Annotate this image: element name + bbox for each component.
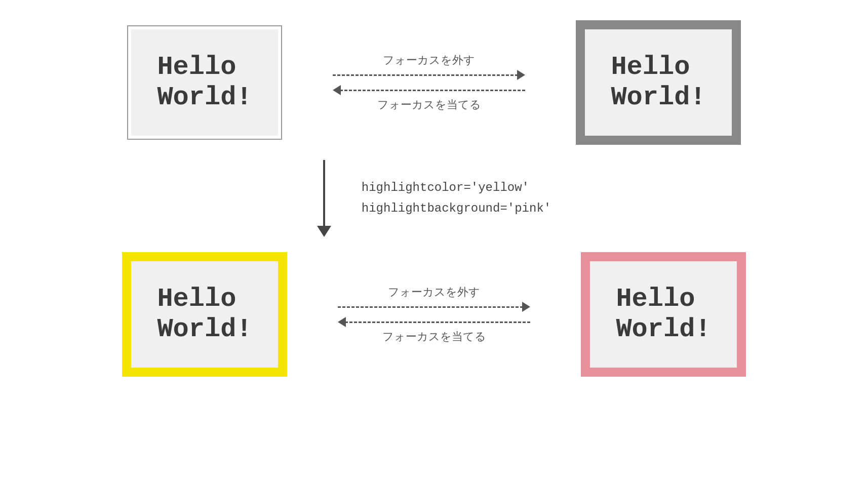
down-arrow-line [323,160,325,226]
middle-section: highlightcolor='yellow' highlightbackgro… [317,160,551,237]
widget-top-right: Hello World! [576,20,741,145]
dashed-line-right [333,74,518,76]
widget-top-left: Hello World! [127,25,282,140]
widget-bottom-right-inner: Hello World! [590,261,737,368]
top-row: Hello World! フォーカスを外す フォーカスを当てる [0,20,868,145]
dashed-line-left-bottom [345,322,530,323]
arrow-row-back: フォーカスを当てる [323,85,535,112]
top-right-line2: World! [611,83,705,113]
forward-label: フォーカスを外す [383,53,475,68]
arrow-section-top: フォーカスを外す フォーカスを当てる [312,53,545,112]
dashed-arrow-left-bottom [338,317,530,327]
dashed-arrow-right-bottom [338,302,530,312]
widget-bottom-left: Hello World! [122,252,287,377]
arrow-row-back-bottom: フォーカスを当てる [328,317,540,344]
code-line1: highlightcolor='yellow' [362,178,551,198]
widget-bottom-left-inner: Hello World! [131,261,278,368]
widget-bottom-left-text: Hello World! [157,284,252,345]
back-label-bottom: フォーカスを当てる [382,329,486,344]
back-label: フォーカスを当てる [377,97,481,112]
top-left-line1: Hello [157,52,252,83]
bottom-right-line2: World! [616,314,711,345]
arrow-row-forward: フォーカスを外す [323,53,535,80]
widget-bottom-left-outer: Hello World! [122,252,287,377]
top-left-line2: World! [157,83,252,113]
bottom-right-line1: Hello [616,284,711,314]
down-arrow [317,160,331,237]
widget-bottom-right: Hello World! [581,252,746,377]
dashed-arrow-left [333,85,525,95]
code-block: highlightcolor='yellow' highlightbackgro… [362,178,551,219]
bottom-left-line1: Hello [157,284,252,314]
dashed-line-left [340,90,525,91]
widget-bottom-right-text: Hello World! [616,284,711,345]
arrow-section-bottom: フォーカスを外す フォーカスを当てる [318,285,550,344]
page: Hello World! フォーカスを外す フォーカスを当てる [0,0,868,481]
bottom-row: Hello World! フォーカスを外す フォーカスを当てる [0,252,868,377]
widget-top-left-text: Hello World! [157,52,252,113]
dashed-line-right-bottom [338,306,523,308]
forward-label-bottom: フォーカスを外す [388,285,480,300]
code-line2: highlightbackground='pink' [362,198,551,219]
arrow-row-forward-bottom: フォーカスを外す [328,285,540,312]
widget-top-left-outer: Hello World! [127,25,282,140]
down-arrow-head [317,226,331,237]
widget-top-left-inner: Hello World! [131,29,278,136]
widget-top-right-inner: Hello World! [585,29,732,136]
widget-top-right-text: Hello World! [611,52,705,113]
dashed-arrow-right [333,70,525,80]
bottom-left-line2: World! [157,314,252,345]
widget-top-right-outer: Hello World! [576,20,741,145]
widget-bottom-right-outer: Hello World! [581,252,746,377]
top-right-line1: Hello [611,52,705,83]
